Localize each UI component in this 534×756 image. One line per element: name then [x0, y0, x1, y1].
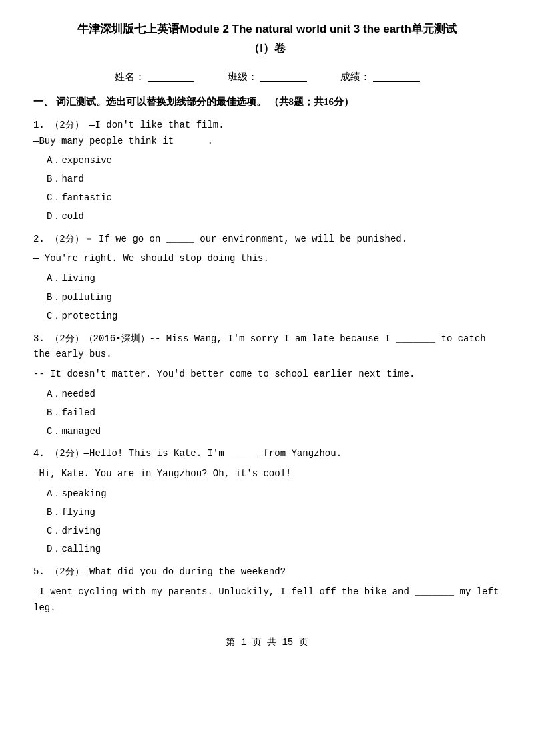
name-field: 姓名：: [115, 71, 194, 83]
page-title: 牛津深圳版七上英语Module 2 The natural world unit…: [33, 20, 501, 59]
q2-opt-c: C．protecting: [33, 309, 501, 325]
q2-opt-b: B．polluting: [33, 290, 501, 306]
q1-opt-b: B．hard: [33, 172, 501, 188]
q3-opt-a: A．needed: [33, 387, 501, 403]
q5-line1: 5. （2分）—What did you do during the weeke…: [33, 564, 501, 580]
score-field: 成绩：: [340, 71, 420, 83]
q2-line2: — You're right. We should stop doing thi…: [33, 251, 501, 267]
class-field: 班级：: [228, 71, 307, 83]
question-2: 2. （2分）－ If we go on _____ our environme…: [33, 232, 501, 325]
question-5: 5. （2分）—What did you do during the weeke…: [33, 564, 501, 616]
q1-header: 1. （2分） —I don't like that film.: [33, 118, 501, 134]
q4-opt-c: C．driving: [33, 524, 501, 540]
q4-opt-d: D．calling: [33, 542, 501, 558]
q3-opt-c: C．managed: [33, 424, 501, 440]
q3-line2: -- It doesn't matter. You'd better come …: [33, 367, 501, 383]
q3-line1: 3. （2分）（2016•深圳）-- Miss Wang, I'm sorry …: [33, 331, 501, 363]
q4-opt-b: B．flying: [33, 505, 501, 521]
q1-number: 1.: [33, 120, 45, 130]
q4-line2: —Hi, Kate. You are in Yangzhou? Oh, it's…: [33, 466, 501, 482]
q1-opt-a: A．expensive: [33, 153, 501, 169]
section1-title: 一、 词汇测试。选出可以替换划线部分的最佳选项。 （共8题；共16分）: [33, 96, 501, 108]
class-blank: [260, 71, 307, 82]
q1-opt-d: D．cold: [33, 209, 501, 225]
q4-line1: 4. （2分）—Hello! This is Kate. I'm _____ f…: [33, 446, 501, 462]
q2-opt-a: A．living: [33, 271, 501, 287]
q1-line2: —Buy many people think it .: [33, 134, 501, 150]
q2-line1: 2. （2分）－ If we go on _____ our environme…: [33, 232, 501, 248]
page-footer: 第 1 页 共 15 页: [33, 636, 501, 648]
question-3: 3. （2分）（2016•深圳）-- Miss Wang, I'm sorry …: [33, 331, 501, 440]
q1-dash: —I don't like that film.: [89, 120, 224, 130]
info-row: 姓名： 班级： 成绩：: [33, 71, 501, 83]
q3-opt-b: B．failed: [33, 405, 501, 421]
q1-points: （2分）: [50, 120, 83, 130]
question-1: 1. （2分） —I don't like that film. —Buy ma…: [33, 118, 501, 225]
question-4: 4. （2分）—Hello! This is Kate. I'm _____ f…: [33, 446, 501, 558]
name-blank: [148, 71, 194, 82]
q1-opt-c: C．fantastic: [33, 190, 501, 206]
q5-line2: —I went cycling with my parents. Unlucki…: [33, 584, 501, 616]
q4-opt-a: A．speaking: [33, 486, 501, 502]
score-blank: [373, 71, 420, 82]
